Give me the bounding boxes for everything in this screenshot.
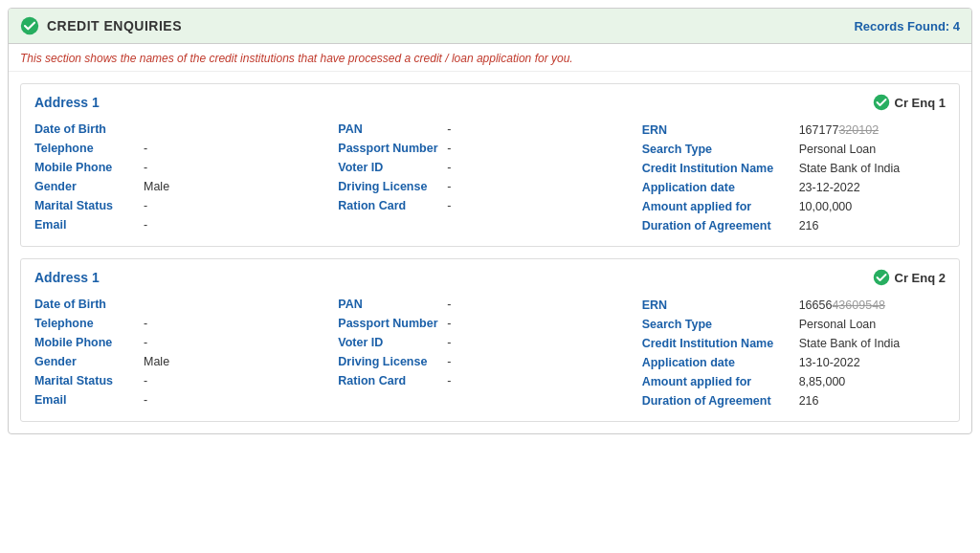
field-label: Driving License <box>338 355 443 368</box>
cr-enq-label-1: Cr Enq 1 <box>895 96 946 110</box>
field-row: Application date23-12-2022 <box>642 181 946 194</box>
field-row: Passport Number- <box>338 317 641 330</box>
field-row: PAN- <box>338 298 641 311</box>
field-value: - <box>447 374 451 387</box>
field-value-ern: 167177320102 <box>799 122 879 137</box>
field-value: State Bank of India <box>799 162 901 175</box>
cr-enq-badge-1: Cr Enq 1 <box>873 94 946 111</box>
field-label: Date of Birth <box>34 122 140 136</box>
enq-col3-1: ERN167177320102Search TypePersonal LoanC… <box>642 122 946 232</box>
field-value: - <box>447 180 451 193</box>
field-row: ERN167177320102 <box>642 122 946 137</box>
enq-header-2: Address 1Cr Enq 2 <box>34 269 946 286</box>
field-value: - <box>144 142 147 155</box>
field-value: - <box>447 317 451 330</box>
field-label: Ration Card <box>338 199 443 212</box>
header-bar: CREDIT ENQUIRIES Records Found: 4 <box>9 9 971 44</box>
field-label: Credit Institution Name <box>642 337 795 350</box>
field-row: Search TypePersonal Loan <box>642 318 946 331</box>
field-row: Marital Status- <box>34 374 338 387</box>
enq-header-1: Address 1Cr Enq 1 <box>34 94 946 111</box>
field-row: Amount applied for10,00,000 <box>642 200 946 213</box>
ern-strike: 43609548 <box>832 299 885 312</box>
field-value: - <box>144 393 147 407</box>
field-value: 23-12-2022 <box>799 181 860 194</box>
field-label: Date of Birth <box>34 298 140 311</box>
field-value: - <box>144 317 147 330</box>
check-icon-badge <box>873 269 890 286</box>
field-row: Email- <box>34 393 338 407</box>
field-row: Date of Birth <box>34 298 338 311</box>
cr-enq-badge-2: Cr Enq 2 <box>873 269 946 286</box>
field-label: ERN <box>642 299 795 312</box>
field-label: Telephone <box>34 317 140 330</box>
field-value: - <box>447 336 451 349</box>
svg-point-0 <box>21 17 38 34</box>
field-value: Personal Loan <box>799 318 877 331</box>
field-label: ERN <box>642 123 795 137</box>
cr-enq-label-2: Cr Enq 2 <box>895 271 946 285</box>
enquiry-blocks: Address 1Cr Enq 1Date of BirthTelephone-… <box>9 83 971 422</box>
field-label: Voter ID <box>338 161 443 174</box>
field-label: PAN <box>338 122 443 136</box>
field-label: Passport Number <box>338 142 443 155</box>
field-value: 216 <box>799 394 819 408</box>
field-label: Gender <box>34 355 140 368</box>
field-value: - <box>447 298 451 311</box>
field-label: Email <box>34 218 140 232</box>
field-row: Mobile Phone- <box>34 161 338 174</box>
field-row: Credit Institution NameState Bank of Ind… <box>642 337 946 350</box>
field-row: PAN- <box>338 122 641 136</box>
check-icon-badge <box>873 94 890 111</box>
field-value: Personal Loan <box>799 143 877 156</box>
field-row: Amount applied for8,85,000 <box>642 375 946 388</box>
field-row: Search TypePersonal Loan <box>642 143 946 156</box>
field-label: Marital Status <box>34 199 140 212</box>
field-row: GenderMale <box>34 180 338 193</box>
field-row: Passport Number- <box>338 142 641 155</box>
records-found: Records Found: 4 <box>854 19 960 33</box>
address-label-2: Address 1 <box>34 270 100 285</box>
field-row: Duration of Agreement216 <box>642 394 946 408</box>
field-label: Ration Card <box>338 374 443 387</box>
enq-grid-1: Date of BirthTelephone-Mobile Phone-Gend… <box>34 122 946 232</box>
field-label: Search Type <box>642 143 795 156</box>
field-label: Passport Number <box>338 317 443 330</box>
field-row: Telephone- <box>34 142 338 155</box>
field-row: Marital Status- <box>34 199 338 212</box>
ern-plain: 167177 <box>799 123 839 137</box>
field-label: Mobile Phone <box>34 336 140 349</box>
field-value: - <box>447 199 451 212</box>
field-label: Marital Status <box>34 374 140 387</box>
field-label: Credit Institution Name <box>642 162 795 175</box>
credit-enquiries-container: CREDIT ENQUIRIES Records Found: 4 This s… <box>8 8 972 434</box>
enq-grid-2: Date of BirthTelephone-Mobile Phone-Gend… <box>34 298 946 408</box>
field-value: - <box>144 161 147 174</box>
field-row: Driving License- <box>338 355 641 368</box>
field-label: Voter ID <box>338 336 443 349</box>
ern-strike: 320102 <box>838 123 879 137</box>
field-value: State Bank of India <box>799 337 901 350</box>
field-value-ern: 1665643609548 <box>799 298 885 312</box>
field-value: - <box>144 336 147 349</box>
field-value: 216 <box>799 219 819 232</box>
svg-point-1 <box>873 95 889 111</box>
field-value: 8,85,000 <box>799 375 846 388</box>
field-row: Ration Card- <box>338 374 641 387</box>
enquiry-block-2: Address 1Cr Enq 2Date of BirthTelephone-… <box>20 258 960 422</box>
field-row: Email- <box>34 218 338 232</box>
field-value: 13-10-2022 <box>799 356 860 369</box>
enq-col2-2: PAN-Passport Number-Voter ID-Driving Lic… <box>338 298 641 408</box>
ern-plain: 16656 <box>799 299 833 312</box>
field-label: Duration of Agreement <box>642 394 795 408</box>
field-value: Male <box>144 180 169 193</box>
field-value: - <box>144 218 147 232</box>
field-row: ERN1665643609548 <box>642 298 946 312</box>
field-row: Duration of Agreement216 <box>642 219 946 232</box>
field-row: Driving License- <box>338 180 641 193</box>
field-value: - <box>447 122 451 136</box>
field-label: Gender <box>34 180 140 193</box>
field-row: Ration Card- <box>338 199 641 212</box>
field-label: Driving License <box>338 180 443 193</box>
field-label: Application date <box>642 181 795 194</box>
